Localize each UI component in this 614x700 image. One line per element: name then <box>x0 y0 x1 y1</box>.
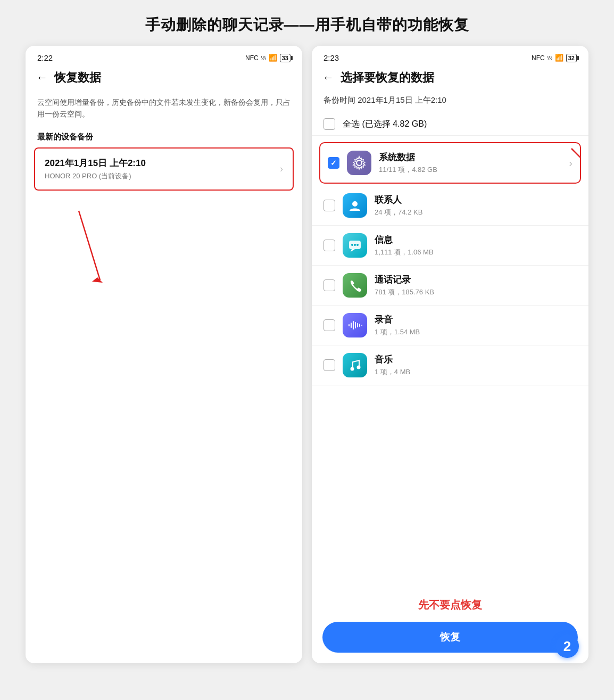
left-section-label: 最新的设备备份 <box>26 130 302 147</box>
system-data-text: 系统数据 11/11 项，4.82 GB <box>379 151 561 175</box>
contacts-checkbox[interactable] <box>323 200 335 211</box>
svg-rect-10 <box>349 324 350 326</box>
left-phone-screen: 2:22 NFC ᯾ 📶 33 ← 恢复数据 云空间使用增量备份，历史备份中的文… <box>26 46 302 663</box>
left-description: 云空间使用增量备份，历史备份中的文件若未发生变化，新备份会复用，只占用一份云空间… <box>26 92 302 130</box>
system-data-name: 系统数据 <box>379 151 561 163</box>
messages-detail: 1,111 项，1.06 MB <box>375 248 577 257</box>
calllog-item[interactable]: 通话记录 781 项，185.76 KB <box>312 266 588 306</box>
left-nav-title: 恢复数据 <box>54 70 101 86</box>
select-all-label: 全选 (已选择 4.82 GB) <box>343 119 427 130</box>
wifi-icon: ᯾ <box>260 54 267 62</box>
svg-point-9 <box>356 244 359 246</box>
svg-point-17 <box>351 367 354 371</box>
recorder-name: 录音 <box>375 314 577 326</box>
left-status-bar: 2:22 NFC ᯾ 📶 33 <box>26 46 302 65</box>
contacts-item[interactable]: 联系人 24 项，74.2 KB <box>312 186 588 226</box>
left-battery: 33 <box>280 54 291 62</box>
restore-button[interactable]: 恢复 <box>322 622 578 653</box>
messages-checkbox[interactable] <box>323 240 335 251</box>
bottom-warning: 先不要点恢复 <box>312 588 588 617</box>
recorder-checkbox[interactable] <box>323 319 335 331</box>
page-title: 手动删除的聊天记录——用手机自带的功能恢复 <box>135 0 480 46</box>
messages-text: 信息 1,111 项，1.06 MB <box>375 234 577 257</box>
right-back-button[interactable]: ← <box>322 71 334 85</box>
left-annotation-arrow <box>26 195 143 301</box>
svg-rect-15 <box>359 324 360 327</box>
left-status-icons: NFC ᯾ 📶 33 <box>245 54 291 62</box>
select-all-checkbox[interactable] <box>323 118 335 130</box>
left-nav-header: ← 恢复数据 <box>26 65 302 92</box>
backup-item-chevron: › <box>280 163 283 175</box>
calllog-checkbox[interactable] <box>323 279 335 291</box>
svg-point-5 <box>352 201 358 207</box>
svg-rect-14 <box>357 323 358 327</box>
recorder-item[interactable]: 录音 1 项，1.54 MB <box>312 306 588 345</box>
right-nav-header: ← 选择要恢复的数据 <box>312 65 588 92</box>
recorder-detail: 1 项，1.54 MB <box>375 327 577 337</box>
right-status-bar: 2:23 NFC ᯾ 📶 32 <box>312 46 588 65</box>
music-detail: 1 项，4 MB <box>375 367 577 377</box>
system-data-item-highlighted[interactable]: 系统数据 11/11 项，4.82 GB › <box>319 142 581 184</box>
nfc-icon: NFC <box>245 54 259 62</box>
music-checkbox[interactable] <box>323 359 335 371</box>
annotation-badge-2: 2 <box>555 635 579 658</box>
right-phone-screen: 2:23 NFC ᯾ 📶 32 ← 选择要恢复的数据 备份时间 2021年1月1… <box>312 46 588 663</box>
phones-row: 2:22 NFC ᯾ 📶 33 ← 恢复数据 云空间使用增量备份，历史备份中的文… <box>0 46 614 679</box>
contacts-text: 联系人 24 项，74.2 KB <box>375 194 577 217</box>
select-all-row[interactable]: 全选 (已选择 4.82 GB) <box>312 113 588 136</box>
svg-point-2 <box>356 160 362 166</box>
system-data-chevron: › <box>569 157 572 169</box>
music-item[interactable]: 音乐 1 项，4 MB <box>312 345 588 385</box>
phone-icon <box>343 273 367 298</box>
nfc-icon-r: NFC <box>532 54 545 62</box>
svg-line-0 <box>79 211 100 280</box>
settings-icon <box>347 151 371 175</box>
spacer <box>312 385 588 588</box>
messages-icon <box>343 233 367 258</box>
svg-point-7 <box>351 244 353 246</box>
calllog-text: 通话记录 781 项，185.76 KB <box>375 274 577 297</box>
backup-item-info: 2021年1月15日 上午2:10 HONOR 20 PRO (当前设备) <box>45 157 146 181</box>
contacts-name: 联系人 <box>375 194 577 206</box>
recorder-text: 录音 1 项，1.54 MB <box>375 314 577 337</box>
svg-rect-12 <box>353 321 354 330</box>
contacts-icon <box>343 193 367 218</box>
wifi-icon-r: ᯾ <box>546 54 553 62</box>
music-name: 音乐 <box>375 353 577 366</box>
svg-point-8 <box>354 244 356 246</box>
right-time: 2:23 <box>323 53 339 62</box>
right-status-icons: NFC ᯾ 📶 32 <box>532 54 577 62</box>
svg-rect-16 <box>361 325 362 326</box>
recorder-icon <box>343 313 367 337</box>
svg-marker-1 <box>92 277 103 283</box>
backup-time-label: 备份时间 2021年1月15日 上午2:10 <box>312 92 588 113</box>
calllog-name: 通话记录 <box>375 274 577 286</box>
messages-item[interactable]: 信息 1,111 项，1.06 MB <box>312 226 588 266</box>
left-time: 2:22 <box>37 53 53 62</box>
music-icon <box>343 353 367 377</box>
svg-rect-11 <box>351 323 352 328</box>
contacts-detail: 24 项，74.2 KB <box>375 208 577 217</box>
svg-point-18 <box>357 366 361 369</box>
backup-item[interactable]: 2021年1月15日 上午2:10 HONOR 20 PRO (当前设备) › <box>34 147 294 191</box>
left-back-button[interactable]: ← <box>36 71 48 85</box>
system-data-detail: 11/11 项，4.82 GB <box>379 165 561 175</box>
backup-device: HONOR 20 PRO (当前设备) <box>45 171 146 181</box>
right-nav-title: 选择要恢复的数据 <box>341 70 434 86</box>
backup-date: 2021年1月15日 上午2:10 <box>45 157 146 169</box>
signal-icon-r: 📶 <box>555 54 563 62</box>
system-data-checkbox[interactable] <box>328 157 339 169</box>
signal-icon: 📶 <box>269 54 277 62</box>
svg-marker-4 <box>580 157 581 161</box>
calllog-detail: 781 项，185.76 KB <box>375 287 577 297</box>
right-battery: 32 <box>566 54 577 62</box>
messages-name: 信息 <box>375 234 577 246</box>
music-text: 音乐 1 项，4 MB <box>375 353 577 377</box>
svg-rect-13 <box>355 322 356 328</box>
